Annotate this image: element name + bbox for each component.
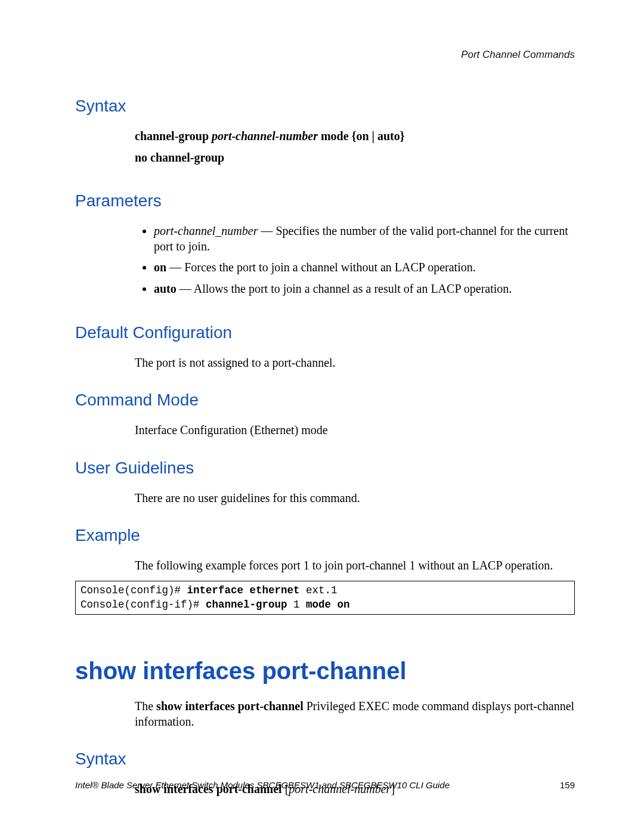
- section-heading-example: Example: [75, 526, 575, 545]
- syntax-body: channel-group port-channel-number mode {…: [135, 129, 575, 165]
- param-item: on — Forces the port to join a channel w…: [154, 260, 575, 275]
- example-code-block: Console(config)# interface ethernet ext.…: [75, 581, 575, 615]
- parameter-list: port-channel_number — Specifies the numb…: [135, 224, 575, 296]
- desc-cmd-name: show interfaces port-channel: [156, 699, 304, 713]
- running-header: Port Channel Commands: [75, 49, 575, 61]
- code-bold: interface ethernet: [187, 584, 300, 596]
- show-cmd-description: The show interfaces port-channel Privile…: [135, 699, 575, 729]
- syntax-line-1: channel-group port-channel-number mode {…: [135, 129, 575, 144]
- code-text: Console(config)#: [80, 584, 187, 596]
- param-desc: Forces the port to join a channel withou…: [184, 261, 476, 274]
- section-heading-syntax: Syntax: [75, 97, 575, 116]
- param-term: auto: [154, 282, 177, 295]
- param-dash: —: [258, 224, 275, 237]
- default-config-text: The port is not assigned to a port-chann…: [135, 355, 575, 371]
- code-bold: mode on: [306, 599, 350, 611]
- syntax-line-2: no channel-group: [135, 150, 575, 166]
- footer-page-number: 159: [560, 780, 575, 790]
- code-bold: channel-group: [206, 599, 287, 611]
- code-text: 1: [287, 599, 306, 611]
- code-text: ext.1: [300, 584, 338, 596]
- section-heading-parameters: Parameters: [75, 191, 575, 210]
- param-dash: —: [166, 261, 184, 274]
- syntax-kw: channel-group: [135, 129, 212, 143]
- footer-doc-title: Intel® Blade Server Ethernet Switch Modu…: [75, 780, 450, 790]
- code-text: Console(config-if)#: [80, 599, 206, 611]
- section-heading-user-guidelines: User Guidelines: [75, 459, 575, 478]
- desc-text: The: [135, 699, 156, 713]
- param-dash: —: [177, 282, 194, 295]
- param-desc: Allows the port to join a channel as a r…: [194, 282, 512, 295]
- page-footer: Intel® Blade Server Ethernet Switch Modu…: [75, 780, 575, 790]
- syntax-tail: mode {on | auto}: [318, 129, 405, 143]
- param-item: auto — Allows the port to join a channel…: [154, 281, 575, 297]
- page-content: Port Channel Commands Syntax channel-gro…: [75, 49, 575, 803]
- command-mode-text: Interface Configuration (Ethernet) mode: [135, 423, 575, 438]
- param-term: port-channel_number: [154, 224, 258, 237]
- section-heading-default-config: Default Configuration: [75, 323, 575, 342]
- user-guidelines-text: There are no user guidelines for this co…: [135, 491, 575, 506]
- param-term: on: [154, 261, 166, 274]
- example-intro: The following example forces port 1 to j…: [135, 558, 575, 574]
- section-heading-syntax-2: Syntax: [75, 750, 575, 769]
- syntax-arg: port-channel-number: [212, 129, 318, 143]
- param-item: port-channel_number — Specifies the numb…: [154, 224, 575, 254]
- section-heading-command-mode: Command Mode: [75, 391, 575, 410]
- command-heading-show-interfaces: show interfaces port-channel: [75, 658, 575, 685]
